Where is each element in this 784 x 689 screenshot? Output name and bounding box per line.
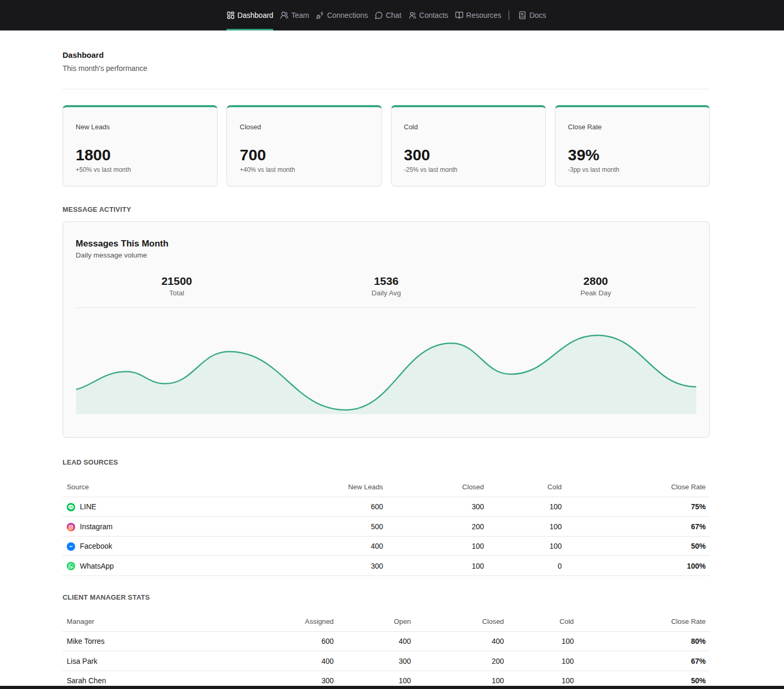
svg-text:LINE: LINE [69,506,73,508]
